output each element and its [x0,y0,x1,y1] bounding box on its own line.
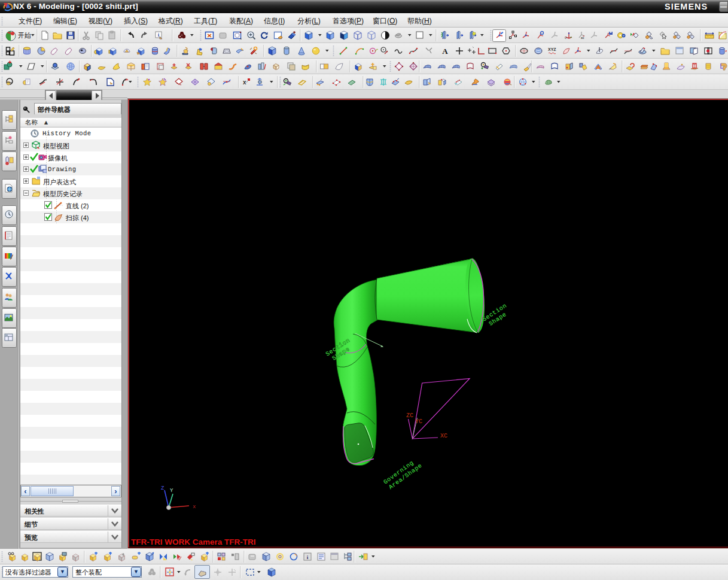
svg-text:YC: YC [415,418,422,425]
svg-text:0: 0 [565,36,566,40]
svg-text:Y: Y [170,488,173,494]
svg-text:ZC: ZC [406,412,413,419]
svg-text:x: x [243,79,246,86]
svg-text:A: A [442,47,448,56]
svg-text:XC: XC [440,433,447,439]
svg-text:XYZ: XYZ [548,47,556,51]
svg-text:TFR-TRI WORK Camera TFR-TRI: TFR-TRI WORK Camera TFR-TRI [131,538,256,546]
svg-text:开始: 开始 [18,32,31,39]
svg-text:Z: Z [161,485,165,491]
svg-text:x: x [193,504,196,510]
svg-text:xc: xc [581,36,584,40]
